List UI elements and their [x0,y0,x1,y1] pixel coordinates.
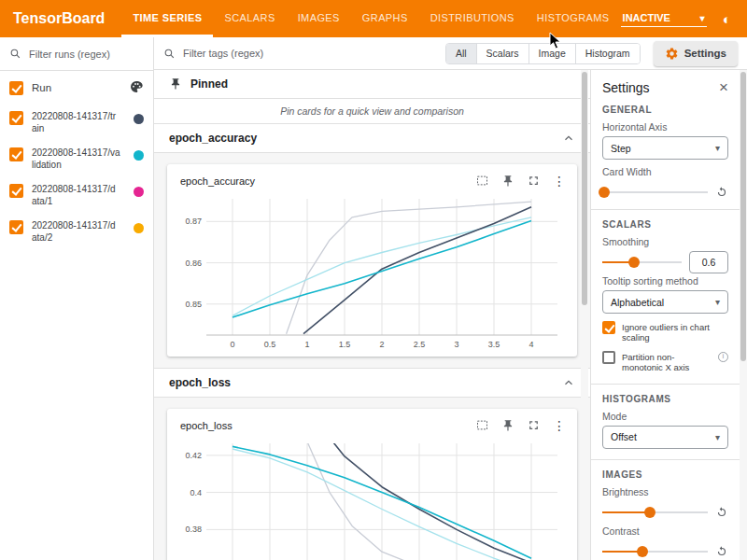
tab-graphs[interactable]: GRAPHS [351,0,419,37]
status-label: INACTIVE [623,12,670,23]
kebab-menu-icon[interactable]: ⋮ [553,419,566,432]
filter-histogram-button[interactable]: Histogram [575,44,640,63]
histogram-mode-value: Offset [611,431,637,442]
reset-icon[interactable] [715,545,728,558]
tag-type-filter-group: All Scalars Image Histogram [445,43,641,64]
histogram-mode-select[interactable]: Offset ▾ [602,426,728,449]
svg-text:2: 2 [379,340,384,349]
search-icon [9,48,21,60]
card-width-slider[interactable] [602,191,708,193]
run-color-dot[interactable] [134,187,144,197]
chevron-up-icon[interactable] [562,376,575,389]
chevron-down-icon: ▾ [700,13,705,23]
pinned-label: Pinned [190,77,228,91]
horizontal-axis-select[interactable]: Step ▾ [602,136,728,160]
app-header: TensorBoard TIME SERIES SCALARS IMAGES G… [0,0,747,37]
run-color-dot[interactable] [134,223,144,233]
main-scrollbar[interactable] [581,70,588,560]
run-checkbox[interactable] [9,147,23,161]
partition-x-axis-row[interactable]: Partition non-monotonic X axis i [602,352,728,373]
kebab-menu-icon[interactable]: ⋮ [553,175,566,188]
partition-x-axis-checkbox[interactable] [602,351,615,364]
contrast-slider[interactable] [602,551,708,553]
svg-text:1: 1 [304,340,309,349]
brightness-label: Brightness [602,486,728,497]
filter-runs-field[interactable]: Filter runs (regex) [0,37,153,71]
filter-all-button[interactable]: All [446,44,476,63]
section-title: epoch_accuracy [169,132,257,145]
run-row-train[interactable]: 20220808-141317/train [0,105,153,141]
fullscreen-icon[interactable] [527,174,541,188]
horizontal-axis-label: Horizontal Axis [602,121,728,133]
reset-icon[interactable] [715,506,728,519]
epoch-accuracy-chart[interactable]: 00.511.522.533.540.850.860.87 [173,191,569,352]
tooltip-sort-label: Tooltip sorting method [602,275,728,287]
run-color-dot[interactable] [134,150,144,161]
select-all-runs-checkbox[interactable] [9,81,23,95]
section-epoch-loss[interactable]: epoch_loss [154,369,590,398]
pin-icon[interactable] [501,175,514,188]
info-icon[interactable]: i [718,352,728,362]
svg-text:0.4: 0.4 [190,488,202,497]
fit-to-data-icon[interactable] [475,174,489,188]
filter-tags-placeholder: Filter tags (regex) [183,48,263,59]
svg-text:0.87: 0.87 [185,217,202,226]
tab-scalars[interactable]: SCALARS [213,0,286,37]
run-row-data-2[interactable]: 20220808-141317/data/2 [0,214,153,250]
search-icon [163,48,176,60]
chevron-down-icon: ▾ [715,432,720,442]
app-logo: TensorBoard [0,10,121,27]
card-width-label: Card Width [602,166,728,177]
chevron-down-icon: ▾ [715,297,720,307]
tab-histograms[interactable]: HISTOGRAMS [526,0,621,37]
ignore-outliers-row[interactable]: Ignore outliers in chart scaling [602,322,728,343]
theme-toggle-icon[interactable]: ◐ [719,10,736,27]
tab-images[interactable]: IMAGES [287,0,351,37]
reload-status-select[interactable]: INACTIVE ▾ [621,10,707,27]
svg-text:0.38: 0.38 [185,525,202,534]
tab-time-series[interactable]: TIME SERIES [121,0,213,37]
fit-to-data-icon[interactable] [475,418,489,432]
pin-icon[interactable] [501,419,514,432]
section-epoch-accuracy[interactable]: epoch_accuracy [154,124,590,153]
group-general-label: GENERAL [602,105,728,115]
svg-text:0.5: 0.5 [264,340,276,349]
settings-button-label: Settings [684,48,726,59]
svg-text:1.5: 1.5 [339,340,351,349]
filter-image-button[interactable]: Image [529,44,575,63]
filter-scalars-button[interactable]: Scalars [476,44,529,63]
tooltip-sort-select[interactable]: Alphabetical ▾ [602,290,728,314]
run-checkbox[interactable] [9,111,23,125]
epoch-accuracy-card: epoch_accuracy ⋮ 00.511.522.533.540.850.… [167,164,577,357]
smoothing-slider[interactable] [602,261,682,263]
palette-icon[interactable] [129,79,144,96]
brightness-slider[interactable] [602,511,708,513]
filter-tags-field[interactable]: Filter tags (regex) [163,48,263,60]
run-color-dot[interactable] [134,114,144,124]
runs-header-label: Run [32,82,51,93]
horizontal-axis-value: Step [611,143,631,154]
tab-distributions[interactable]: DISTRIBUTIONS [419,0,526,37]
close-icon[interactable]: × [719,79,728,95]
tooltip-sort-value: Alphabetical [611,297,664,308]
pin-hint-text: Pin cards for a quick view and compariso… [154,99,590,124]
top-nav: TIME SERIES SCALARS IMAGES GRAPHS DISTRI… [121,0,620,37]
runs-header-row: Run [0,71,153,105]
epoch-loss-chart[interactable]: 00.511.522.533.540.360.380.40.42 [173,436,569,560]
ignore-outliers-checkbox[interactable] [602,321,615,334]
run-checkbox[interactable] [9,184,23,198]
settings-button[interactable]: Settings [654,41,738,66]
settings-scrollbar[interactable] [740,70,747,560]
fullscreen-icon[interactable] [527,418,541,432]
run-row-validation[interactable]: 20220808-141317/validation [0,141,153,177]
run-row-data-1[interactable]: 20220808-141317/data/1 [0,177,153,214]
filter-runs-placeholder: Filter runs (regex) [29,49,110,60]
smoothing-label: Smoothing [602,236,728,247]
run-checkbox[interactable] [9,220,23,234]
group-histograms-label: HISTOGRAMS [602,394,728,404]
smoothing-value-input[interactable] [689,251,728,273]
main-toolbar: Filter tags (regex) All Scalars Image Hi… [154,37,747,70]
reset-icon[interactable] [715,186,728,199]
run-name: 20220808-141317/data/2 [32,220,120,244]
chevron-up-icon[interactable] [562,132,575,145]
